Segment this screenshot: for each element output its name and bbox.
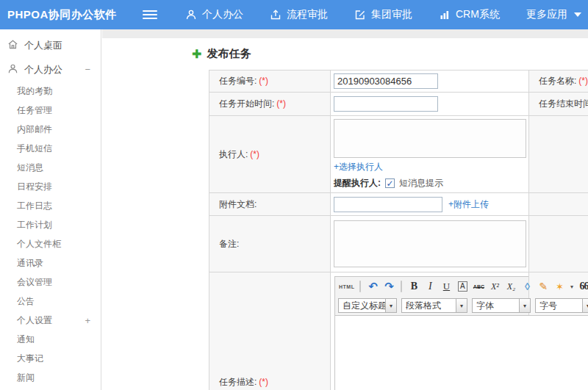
page-title: 发布任务	[207, 47, 251, 61]
toolbar-glyph: X²	[491, 281, 499, 292]
subscript-button[interactable]: X₂	[503, 279, 518, 294]
sidebar-item-personal-office[interactable]: 个人办公 −	[0, 57, 101, 82]
quick-format-button[interactable]: ✶	[552, 279, 567, 294]
task-number-label: 任务编号:	[219, 76, 257, 86]
table-row: 附件文档: +附件上传	[209, 193, 588, 216]
sidebar-item-mobile-sms[interactable]: 手机短信	[0, 139, 101, 158]
toolbar-glyph: ◊	[525, 281, 530, 292]
sidebar-submenu: 我的考勤 任务管理 内部邮件 手机短信 短消息 日程安排 工作日志	[0, 82, 101, 387]
task-description-label: 任务描述:	[219, 377, 257, 387]
superscript-button[interactable]: X²	[487, 279, 502, 294]
collapse-icon[interactable]: −	[85, 64, 90, 75]
sidebar-item-contacts[interactable]: 通讯录	[0, 253, 101, 272]
toolbar-glyph: B	[411, 281, 417, 292]
top-menu-personal-office[interactable]: 个人办公	[185, 8, 243, 21]
content-panel: ✚ 发布任务 任务编号:(*) 任务名称:(*) 任务开始时间:(*)	[102, 38, 588, 390]
toolbar-glyph: A	[458, 281, 467, 292]
top-menu-more-apps[interactable]: 更多应用	[526, 8, 581, 21]
bar-chart-icon	[439, 9, 451, 21]
editor-toolbar-row2: 自定义标题 ▾ 段落格式 ▾ 字体 ▾	[335, 296, 588, 315]
custom-title-select[interactable]: 自定义标题 ▾	[338, 298, 397, 313]
chevron-down-icon: ▾	[519, 299, 530, 312]
editor-content-area[interactable]	[335, 315, 588, 390]
end-time-label: 任务结束时间:	[539, 98, 588, 109]
sidebar: 个人桌面 个人办公 − 我的考勤 任务管理 内部邮件 手机短信 短消息	[0, 29, 101, 390]
paragraph-format-select[interactable]: 段落格式 ▾	[401, 298, 467, 313]
sms-remind-label: 短消息提示	[399, 177, 443, 189]
remove-format-button[interactable]: ◊	[520, 279, 534, 294]
table-row: 备注:	[209, 216, 588, 272]
font-family-select[interactable]: 字体 ▾	[472, 298, 531, 313]
home-icon	[7, 39, 18, 52]
sms-remind-checkbox[interactable]: ✓	[385, 178, 395, 188]
table-row: 任务编号:(*) 任务名称:(*)	[209, 71, 588, 93]
table-row: 任务描述:(*) HTML↶↷BIUAABCX²X₂◊✎✶▾66TA▾ 自定义标…	[209, 272, 588, 390]
sidebar-item-work-plan[interactable]: 工作计划	[0, 215, 101, 234]
start-time-label: 任务开始时间:	[219, 98, 274, 109]
attachment-upload-link[interactable]: +附件上传	[448, 198, 489, 211]
toolbar-glyph: X₂	[507, 281, 516, 292]
bold-button[interactable]: B	[406, 279, 421, 294]
sidebar-item-news[interactable]: 新闻	[0, 368, 101, 387]
top-menu-group-approval[interactable]: 集团审批	[354, 8, 412, 21]
start-time-input[interactable]	[334, 96, 438, 112]
user-icon	[185, 9, 197, 21]
hamburger-menu-icon[interactable]	[143, 8, 157, 21]
toolbar-glyph: ✎	[539, 281, 548, 292]
executor-label: 执行人:	[219, 149, 248, 159]
redo-button[interactable]: ↷	[381, 279, 396, 294]
top-menu-workflow-approval[interactable]: 流程审批	[270, 8, 328, 21]
edit-icon	[354, 9, 366, 21]
toolbar-glyph: U	[443, 281, 450, 292]
sidebar-item-file-cabinet[interactable]: 个人文件柜	[0, 234, 101, 253]
separator	[359, 281, 361, 292]
toolbar-glyph: ↶	[368, 280, 378, 293]
font-size-select[interactable]: 字号 ▾	[535, 298, 588, 313]
choose-executor-link[interactable]: +选择执行人	[334, 162, 383, 172]
remark-label: 备注:	[219, 239, 239, 249]
sidebar-item-task-manage[interactable]: 任务管理	[0, 101, 101, 120]
workflow-icon	[270, 9, 282, 21]
top-menu-crm-system[interactable]: CRM系统	[439, 8, 500, 21]
page-header: ✚ 发布任务	[192, 46, 588, 62]
sidebar-item-announcement[interactable]: 公告	[0, 292, 101, 311]
top-bar: PHPOA协同办公软件 个人办公 流程审批 集团审批	[0, 0, 588, 29]
sidebar-item-internal-mail[interactable]: 内部邮件	[0, 120, 101, 139]
sidebar-item-short-message[interactable]: 短消息	[0, 158, 101, 177]
source-code-button[interactable]: HTML	[338, 279, 355, 294]
executor-textarea[interactable]	[334, 119, 526, 158]
sidebar-item-personal-settings[interactable]: 个人设置 +	[0, 311, 101, 330]
main-area: ✚ 发布任务 任务编号:(*) 任务名称:(*) 任务开始时间:(*)	[102, 29, 588, 390]
task-number-input[interactable]	[334, 73, 438, 89]
italic-button[interactable]: I	[423, 279, 437, 294]
task-name-label: 任务名称:	[539, 76, 576, 86]
editor-toolbar-row1: HTML↶↷BIUAABCX²X₂◊✎✶▾66TA▾	[335, 277, 588, 296]
caret-down-icon	[574, 12, 581, 17]
toolbar-glyph: ↷	[384, 280, 394, 293]
task-form: 任务编号:(*) 任务名称:(*) 任务开始时间:(*) 任务结束时间:(*)	[209, 70, 588, 390]
sidebar-item-meeting[interactable]: 会议管理	[0, 272, 101, 292]
format-painter-button[interactable]: ✎	[536, 279, 551, 294]
separator	[401, 281, 402, 292]
sidebar-item-notice[interactable]: 通知	[0, 330, 101, 349]
strikethrough-button[interactable]: ABC	[471, 279, 486, 294]
sidebar-item-attendance[interactable]: 我的考勤	[0, 82, 101, 101]
attachment-input[interactable]	[334, 197, 442, 212]
sidebar-item-work-log[interactable]: 工作日志	[0, 196, 101, 215]
font-box-button[interactable]: A	[455, 279, 470, 294]
sidebar-item-memorabilia[interactable]: 大事记	[0, 349, 101, 368]
quick-format-caret[interactable]: ▾	[568, 279, 575, 294]
sidebar-item-schedule[interactable]: 日程安排	[0, 177, 101, 196]
table-row: 任务开始时间:(*) 任务结束时间:(*)	[209, 93, 588, 116]
undo-button[interactable]: ↶	[365, 279, 380, 294]
toolbar-glyph: ✶	[556, 281, 564, 292]
plus-icon: ✚	[192, 47, 201, 61]
remark-textarea[interactable]	[334, 220, 526, 267]
blockquote-button[interactable]: 66	[576, 279, 588, 294]
table-row: 执行人:(*) +选择执行人 提醒执行人: ✓ 短消息提示	[209, 116, 588, 193]
toolbar-glyph: ▾	[570, 284, 573, 290]
app-logo: PHPOA协同办公软件	[0, 8, 123, 22]
chevron-down-icon: ▾	[582, 299, 588, 312]
underline-button[interactable]: U	[439, 279, 453, 294]
sidebar-item-personal-desktop[interactable]: 个人桌面	[0, 33, 101, 57]
